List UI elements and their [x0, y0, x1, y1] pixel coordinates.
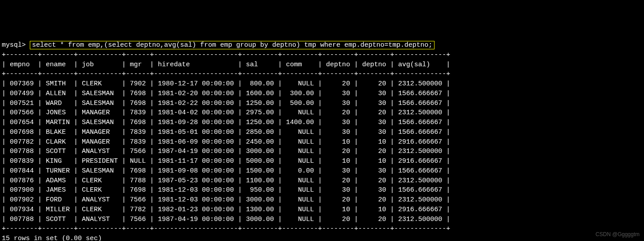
table-header: | empno | ename | job | mgr | hiredate |…: [2, 61, 450, 68]
result-footer: 15 rows in set (0.00 sec): [2, 235, 102, 241]
mysql-prompt: mysql>: [2, 41, 30, 49]
table-border-top: +--------+--------+-----------+------+--…: [2, 51, 450, 59]
table-border-bot: +--------+--------+-----------+------+--…: [2, 225, 450, 233]
watermark: CSDN @Gggggtm: [596, 231, 640, 238]
table-border-mid: +--------+--------+-----------+------+--…: [2, 70, 450, 78]
table-body: | 007369 | SMITH | CLERK | 7902 | 1980-1…: [2, 80, 450, 223]
sql-query: select * from emp,(select deptno,avg(sal…: [30, 41, 435, 49]
